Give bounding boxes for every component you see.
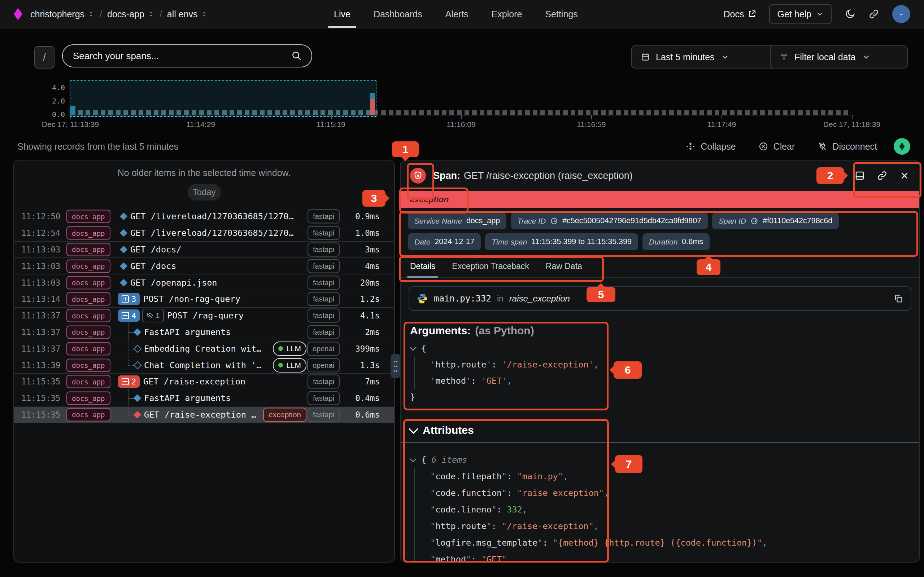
span-row[interactable]: 11:13:03docs_appGET /docs/fastapi3ms [14, 241, 394, 258]
filter-local-data-button[interactable]: Filter local data [770, 45, 908, 69]
hidden-spans-badge[interactable]: 1 [142, 309, 164, 322]
disconnect-button[interactable]: Disconnect [817, 141, 877, 152]
detail-tab-exception-traceback[interactable]: Exception Traceback [452, 256, 529, 277]
source-tag[interactable]: fastapi [307, 210, 340, 224]
span-row[interactable]: 11:13:03docs_appGET /docsfastapi4ms [14, 258, 394, 274]
span-name[interactable]: GET /raise-exception [143, 377, 246, 387]
copy-link-icon[interactable] [877, 170, 888, 181]
span-name[interactable]: FastAPI arguments [144, 327, 231, 337]
chart-x-tickmark [331, 115, 332, 119]
span-name[interactable]: GET /openapi.json [130, 278, 217, 288]
span-name[interactable]: GET /docs/ [130, 245, 181, 255]
source-tag[interactable]: fastapi [307, 259, 340, 273]
source-tag[interactable]: openai [307, 358, 340, 372]
span-name[interactable]: GET /livereload/1270363685/1270… [130, 211, 294, 221]
source-tag[interactable]: openai [307, 342, 340, 356]
spans-chart[interactable]: 4.02.00.0Dec 17, 11:13:3911:14:2911:15:1… [0, 77, 924, 137]
logfire-logo-icon[interactable] [14, 8, 23, 20]
service-tag[interactable]: docs_app [66, 325, 110, 338]
chart-baseline-bar [669, 110, 674, 115]
source-tag[interactable]: fastapi [307, 375, 340, 389]
service-tag[interactable]: docs_app [66, 243, 110, 256]
source-tag[interactable]: fastapi [307, 309, 340, 323]
chart-baseline-bar [775, 110, 780, 115]
meta-pill-span-id[interactable]: Span ID #f0110e542c798c6d [712, 213, 839, 229]
source-tag[interactable]: fastapi [307, 408, 340, 422]
service-tag[interactable]: docs_app [66, 226, 110, 240]
source-tag[interactable]: fastapi [307, 292, 340, 306]
span-name[interactable]: POST /non-rag-query [143, 294, 241, 304]
span-name[interactable]: GET /livereload/1270363685/1270… [130, 228, 294, 238]
dark-mode-toggle[interactable] [845, 9, 855, 19]
tab-live[interactable]: Live [334, 0, 351, 28]
service-tag[interactable]: docs_app [66, 392, 110, 405]
chart-baseline-bar [563, 110, 568, 115]
dock-panel-icon[interactable] [855, 170, 865, 181]
span-row[interactable]: 11:13:37docs_appEmbedding Creation wit…L… [14, 340, 394, 357]
meta-pill-service-name: Service Name docs_app [408, 213, 506, 229]
span-row[interactable]: 11:13:14docs_app3POST /non-rag-queryfast… [14, 291, 394, 307]
collapse-button[interactable]: Collapse [685, 141, 736, 152]
org-selector[interactable]: christophergs [30, 9, 95, 19]
span-name[interactable]: GET /docs [130, 261, 176, 271]
get-help-button[interactable]: Get help [769, 4, 832, 24]
clear-icon [758, 141, 769, 152]
copy-button[interactable] [893, 293, 903, 304]
chart-x-tick: 11:15:19 [317, 120, 346, 129]
span-row[interactable]: 11:15:35docs_appGET /raise-exception …ex… [14, 406, 394, 423]
time-range-button[interactable]: Last 5 minutes [631, 45, 778, 69]
attributes-heading[interactable]: Attributes [410, 424, 919, 436]
chart-baseline-bar [525, 110, 530, 115]
service-tag[interactable]: docs_app [66, 292, 110, 306]
tab-settings[interactable]: Settings [545, 0, 577, 28]
tab-alerts[interactable]: Alerts [446, 0, 468, 28]
today-button[interactable]: Today [188, 184, 221, 200]
span-row[interactable]: 11:13:03docs_appGET /openapi.jsonfastapi… [14, 274, 394, 291]
expand-toggle[interactable]: 3 [118, 293, 140, 305]
service-tag[interactable]: docs_app [66, 342, 110, 355]
source-tag[interactable]: fastapi [307, 226, 340, 240]
close-icon[interactable] [899, 170, 910, 181]
service-tag[interactable]: docs_app [66, 408, 110, 421]
meta-pill-trace-id[interactable]: Trace ID #c5ec5005042796e91d5db42ca9fd98… [511, 213, 708, 229]
span-name[interactable]: Embedding Creation wit… [144, 344, 261, 354]
source-tag[interactable]: fastapi [307, 325, 340, 339]
expand-toggle[interactable]: 2 [118, 376, 140, 388]
span-name[interactable]: Chat Completion with '… [144, 360, 261, 371]
service-tag[interactable]: docs_app [66, 210, 110, 223]
chart-baseline-bar [404, 110, 409, 115]
env-selector[interactable]: all envs [167, 9, 208, 19]
avatar[interactable]: - [892, 5, 910, 23]
span-name[interactable]: FastAPI arguments [144, 393, 231, 403]
span-row[interactable]: 11:13:37docs_app41POST /rag-queryfastapi… [14, 307, 394, 324]
span-row[interactable]: 11:15:35docs_app2GET /raise-exceptionfas… [14, 373, 394, 390]
source-tag[interactable]: fastapi [307, 391, 340, 405]
span-row[interactable]: 11:12:50docs_appGET /livereload/12703636… [14, 208, 394, 225]
detail-tab-details[interactable]: Details [410, 256, 435, 277]
span-name[interactable]: GET /raise-exception … [144, 410, 256, 420]
service-tag[interactable]: docs_app [66, 375, 110, 388]
panel-resize-handle[interactable]: •• •• •• [391, 354, 401, 378]
span-row[interactable]: 11:12:54docs_appGET /livereload/12703636… [14, 225, 394, 241]
clear-button[interactable]: Clear [758, 141, 795, 152]
expand-toggle[interactable]: 4 [118, 309, 140, 322]
chart-selection-window[interactable] [69, 81, 376, 117]
project-selector[interactable]: docs-app [107, 9, 155, 19]
span-row[interactable]: 11:15:35docs_appFastAPI argumentsfastapi… [14, 390, 394, 406]
detail-tab-raw-data[interactable]: Raw Data [546, 256, 582, 277]
source-tag[interactable]: fastapi [307, 242, 340, 256]
service-tag[interactable]: docs_app [66, 259, 110, 272]
tab-explore[interactable]: Explore [492, 0, 522, 28]
span-row[interactable]: 11:13:37docs_appFastAPI argumentsfastapi… [14, 324, 394, 340]
service-tag[interactable]: docs_app [66, 276, 110, 289]
tab-dashboards[interactable]: Dashboards [373, 0, 422, 28]
span-name[interactable]: POST /rag-query [167, 311, 244, 321]
docs-link[interactable]: Docs [724, 9, 756, 19]
service-tag[interactable]: docs_app [66, 358, 110, 372]
share-link-button[interactable] [868, 9, 879, 19]
chart-baseline-bar [790, 110, 795, 115]
span-row[interactable]: 11:13:39docs_appChat Completion with '…L… [14, 357, 394, 373]
search-input[interactable] [72, 50, 291, 62]
service-tag[interactable]: docs_app [66, 309, 110, 322]
source-tag[interactable]: fastapi [307, 276, 340, 290]
